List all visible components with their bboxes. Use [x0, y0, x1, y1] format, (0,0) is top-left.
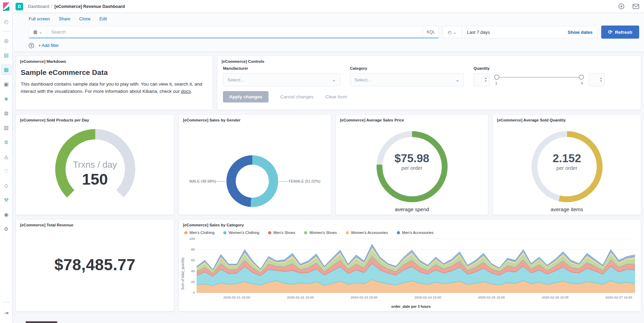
kql-button[interactable]: KQL — [423, 26, 439, 38]
sidebar-item-dashboard-icon[interactable]: ▦ — [1, 65, 11, 75]
panel-title[interactable]: [eCommerce] Total Revenue — [16, 219, 174, 227]
legend-dot — [184, 231, 187, 234]
docs-link[interactable]: docs — [181, 89, 191, 94]
sidebar-item-siem-icon[interactable]: ◇ — [1, 181, 11, 190]
panel-markdown: [eCommerce] Markdown Sample eCommerce Da… — [16, 56, 213, 110]
collapse-nav-icon[interactable]: ⇥ — [1, 308, 11, 318]
chevron-down-icon: ⌄ — [39, 30, 42, 35]
panel-title[interactable]: [eCommerce] Sales by Gender — [179, 115, 331, 122]
quantity-label: Quantity — [474, 66, 605, 70]
time-range-value[interactable]: Last 7 days — [462, 30, 490, 35]
stepper-arrows-icon[interactable]: ▲▼ — [600, 77, 602, 82]
breadcrumb-dashboard[interactable]: Dashboard — [28, 4, 49, 9]
stacked-area-chart[interactable]: 0204060801002020-02-21 15:002020-02-22 1… — [185, 236, 637, 304]
top-chrome-bar: D Dashboard / [eCommerce] Revenue Dashbo… — [13, 0, 644, 13]
legend-dot — [346, 231, 349, 234]
sidebar-item-discover-icon[interactable]: ◎ — [1, 36, 11, 46]
sidebar-item-visualize-icon[interactable]: ▤ — [1, 50, 11, 60]
legend-label: Men's Shoes — [273, 231, 295, 235]
quantity-max-stepper[interactable]: ▲▼ — [589, 73, 605, 86]
y-tick-label: 60 — [191, 258, 195, 262]
legend-dot — [268, 231, 271, 234]
manufacturer-select[interactable]: Select... ⌄ — [223, 73, 340, 86]
sidebar-item-maps-icon[interactable]: ◈ — [1, 94, 11, 104]
slider-handle-min[interactable] — [494, 75, 499, 80]
kibana-app: ◴◎▤▦▣◈◍▥≣◬♡◇⚒◉⚙ ⇥ D Dashboard / [eCommer… — [0, 0, 644, 323]
panel-title[interactable]: [eCommerce] Sold Products per Day — [16, 115, 174, 122]
legend-item[interactable]: Men's Shoes — [268, 231, 295, 235]
clock-icon: ◴ — [448, 30, 451, 35]
quantity-caption: average items — [493, 206, 641, 212]
full-screen-button[interactable]: Full screen — [29, 17, 50, 21]
slider-track — [497, 77, 582, 78]
cancel-changes-button[interactable]: Cancel changes — [280, 94, 314, 99]
clear-form-button[interactable]: Clear form — [325, 94, 347, 99]
sidebar-item-recently-viewed-icon[interactable]: ◴ — [1, 17, 11, 27]
panel-sold-products-per-day: [eCommerce] Sold Products per Day Trxns … — [16, 114, 174, 215]
breadcrumb: Dashboard / [eCommerce] Revenue Dashboar… — [28, 4, 125, 9]
label-connector-line — [279, 181, 288, 182]
time-menu-button[interactable]: ◴ ⌄ — [443, 26, 462, 38]
panel-title[interactable]: [eCommerce] Controls — [217, 56, 641, 63]
panel-title[interactable]: [eCommerce] Average Sold Quantity — [493, 115, 641, 122]
sidebar-item-metrics-icon[interactable]: ▥ — [1, 123, 11, 133]
panel-title[interactable]: [eCommerce] Markdown — [16, 56, 213, 63]
x-tick-label: 2020-02-21 15:00 — [223, 295, 250, 299]
sidebar-item-stack-monitoring-icon[interactable]: ◉ — [1, 210, 11, 219]
saved-query-menu-button[interactable]: ▦ ⌄ — [29, 26, 47, 38]
manufacturer-label: Manufacturer — [223, 66, 340, 70]
filter-options-icon[interactable] — [29, 43, 34, 48]
legend-item[interactable]: Men's Clothing — [184, 231, 214, 235]
stepper-arrows-icon[interactable]: ▲▼ — [485, 77, 487, 82]
legend-dot — [304, 231, 307, 234]
search-box: ▦ ⌄ KQL — [29, 26, 439, 38]
legend-item[interactable]: Men's Accessories — [397, 231, 433, 235]
sidebar-item-management-icon[interactable]: ⚙ — [1, 224, 11, 234]
apply-changes-button[interactable]: Apply changes — [223, 91, 269, 102]
show-dates-button[interactable]: Show dates — [568, 30, 597, 35]
quantity-subtitle: per order — [493, 165, 641, 171]
edit-button[interactable]: Edit — [99, 17, 107, 21]
legend-item[interactable]: Women's Clothing — [223, 231, 259, 235]
mail-icon[interactable] — [633, 4, 639, 9]
saved-query-icon: ▦ — [33, 29, 37, 35]
total-revenue-value: $78,485.77 — [16, 255, 174, 274]
sidebar-item-logs-icon[interactable]: ≣ — [1, 137, 11, 147]
sidebar-divider — [2, 302, 10, 302]
sidebar-item-canvas-icon[interactable]: ▣ — [1, 79, 11, 89]
sidebar-item-apm-icon[interactable]: ◬ — [1, 152, 11, 162]
panel-title[interactable]: [eCommerce] Average Sales Price — [336, 115, 488, 122]
panel-sales-by-category: [eCommerce] Sales by Category Men's Clot… — [178, 219, 641, 312]
category-select[interactable]: Select... ⌄ — [350, 73, 464, 86]
gender-donut-chart[interactable] — [226, 155, 278, 207]
panel-title[interactable]: [eCommerce] Sales by Category — [179, 219, 641, 227]
sidebar-item-dev-tools-icon[interactable]: ⚒ — [1, 195, 11, 205]
sidebar-item-uptime-icon[interactable]: ♡ — [1, 166, 11, 176]
y-tick-label: 100 — [189, 237, 195, 241]
quantity-min-stepper[interactable]: ▲▼ — [474, 73, 489, 86]
clone-button[interactable]: Clone — [79, 17, 91, 21]
legend-label: Men's Accessories — [402, 231, 433, 235]
legend-item[interactable]: Women's Accessories — [346, 231, 388, 235]
share-button[interactable]: Share — [59, 17, 70, 21]
x-tick-label: 2020-02-25 15:00 — [478, 295, 505, 299]
refresh-button[interactable]: ⟳ Refresh — [601, 26, 639, 39]
panel-sales-by-gender: [eCommerce] Sales by Gender MALE (48.98%… — [178, 114, 331, 215]
panel-average-sold-quantity: [eCommerce] Average Sold Quantity 2.152 … — [492, 114, 641, 215]
horizontal-scrollbar-thumb[interactable] — [26, 321, 57, 323]
search-input[interactable] — [47, 26, 423, 38]
legend-item[interactable]: Women's Shoes — [304, 231, 337, 235]
price-value: $75.98 — [336, 152, 488, 165]
kibana-logo-icon[interactable] — [2, 2, 10, 11]
dashboard-menu: Full screen Share Clone Edit — [13, 13, 644, 23]
panel-average-sales-price: [eCommerce] Average Sales Price $75.98 p… — [335, 114, 488, 215]
circle-plus-icon[interactable] — [618, 3, 624, 9]
add-filter-button[interactable]: + Add filter — [38, 43, 59, 48]
quantity-value: 2.152 — [493, 152, 641, 165]
query-bar: ▦ ⌄ KQL ◴ ⌄ Last 7 days Show dates ⟳ Ref… — [13, 23, 644, 41]
legend-label: Men's Clothing — [189, 231, 214, 235]
x-axis-title: order_date per 3 hours — [185, 304, 637, 311]
sidebar-item-machine-learning-icon[interactable]: ◍ — [1, 108, 11, 118]
legend-label: Women's Accessories — [351, 231, 388, 235]
slider-handle-max[interactable] — [579, 75, 584, 80]
